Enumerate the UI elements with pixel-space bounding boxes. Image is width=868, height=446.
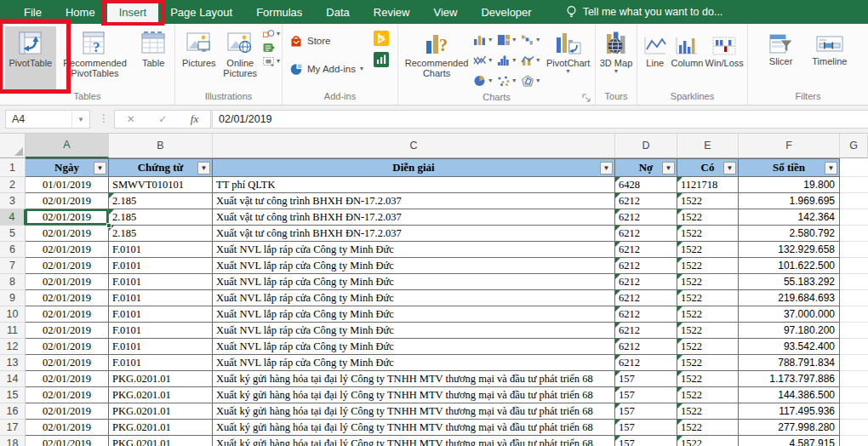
cell-A11[interactable]: 02/01/2019 — [26, 323, 109, 339]
cancel-icon[interactable]: ✕ — [127, 113, 135, 125]
cell-B7[interactable]: F.0101 — [109, 258, 213, 274]
table-button[interactable]: Table — [134, 26, 173, 89]
cell-A7[interactable]: 02/01/2019 — [26, 258, 109, 274]
cell-G15[interactable] — [840, 387, 868, 403]
cell-G7[interactable] — [840, 258, 868, 274]
cell-C16[interactable]: Xuất ký gửi hàng hóa tại đại lý Công ty … — [213, 403, 615, 420]
cell-E8[interactable]: 1522 — [677, 274, 739, 290]
cell-D14[interactable]: 157 — [615, 371, 677, 387]
filter-button[interactable]: ▼ — [825, 162, 837, 174]
row-header-10[interactable]: 10 — [0, 306, 26, 323]
header-cell-chungtu[interactable]: Chứng từ▼ — [109, 158, 213, 177]
cell-A18[interactable]: 02/01/2019 — [26, 436, 109, 446]
cell-C13[interactable]: Xuất NVL lắp ráp cửa Công ty Minh Đức — [213, 355, 615, 371]
cell-C4[interactable]: Xuất vật tư công trình BHXH ĐN-17.2.037 — [213, 209, 615, 226]
cell-B2[interactable]: SMWVT010101 — [109, 177, 213, 193]
cell-F9[interactable]: 219.684.693 — [739, 290, 840, 306]
cell-G14[interactable] — [840, 371, 868, 387]
cell-C17[interactable]: Xuất ký gửi hàng hóa tại đại lý Công ty … — [213, 420, 615, 436]
cell-E17[interactable]: 1522 — [677, 420, 739, 436]
cell-G1[interactable] — [840, 158, 868, 177]
cell-E9[interactable]: 1522 — [677, 290, 739, 306]
name-box-caret-icon[interactable]: ▼ — [71, 111, 89, 128]
row-header-18[interactable]: 18 — [0, 436, 26, 446]
treemap-chart-button[interactable]: ▾ — [495, 30, 519, 50]
cell-E4[interactable]: 1522 — [677, 209, 739, 226]
row-header-11[interactable]: 11 — [0, 323, 26, 339]
cell-C2[interactable]: TT phí QLTK — [213, 177, 615, 193]
cell-C11[interactable]: Xuất NVL lắp ráp cửa Công ty Minh Đức — [213, 323, 615, 339]
cell-G6[interactable] — [840, 242, 868, 258]
cell-D8[interactable]: 6212 — [615, 274, 677, 290]
tab-file[interactable]: File — [12, 0, 54, 24]
filter-button[interactable]: ▼ — [94, 162, 106, 174]
3d-map-button[interactable]: 3D Map ▾ — [597, 26, 635, 89]
row-header-3[interactable]: 3 — [0, 193, 26, 209]
cell-F6[interactable]: 132.929.658 — [739, 242, 840, 258]
shapes-button[interactable]: ▾ — [261, 29, 280, 39]
row-header-9[interactable]: 9 — [0, 290, 26, 306]
cell-D2[interactable]: 6428 — [615, 177, 677, 193]
pie-chart-button[interactable]: ▾ — [471, 71, 495, 91]
tab-formulas[interactable]: Formulas — [244, 0, 314, 24]
cell-D9[interactable]: 6212 — [615, 290, 677, 306]
cell-B12[interactable]: F.0101 — [109, 339, 213, 355]
row-header-6[interactable]: 6 — [0, 242, 26, 258]
row-header-8[interactable]: 8 — [0, 274, 26, 290]
histogram-chart-button[interactable]: ▾ — [495, 50, 519, 71]
tab-page-layout[interactable]: Page Layout — [158, 0, 244, 24]
cell-E14[interactable]: 1522 — [677, 371, 739, 387]
timeline-button[interactable]: Timeline — [812, 29, 847, 66]
row-header-12[interactable]: 12 — [0, 339, 26, 355]
column-header-G[interactable]: G — [840, 134, 868, 158]
cell-A14[interactable]: 02/01/2019 — [26, 371, 109, 387]
row-header-16[interactable]: 16 — [0, 403, 26, 420]
cell-A9[interactable]: 02/01/2019 — [26, 290, 109, 306]
smartart-button[interactable] — [261, 43, 280, 53]
tab-home[interactable]: Home — [54, 0, 107, 24]
cell-B14[interactable]: PKG.0201.01 — [109, 371, 213, 387]
sparkline-column-button[interactable]: Column — [671, 31, 704, 68]
charts-dialog-launcher[interactable] — [581, 93, 591, 103]
row-header-2[interactable]: 2 — [0, 177, 26, 193]
row-header-7[interactable]: 7 — [0, 258, 26, 274]
cell-G11[interactable] — [840, 323, 868, 339]
filter-button[interactable]: ▼ — [600, 162, 613, 174]
fill-handle[interactable] — [106, 223, 111, 228]
cell-B16[interactable]: PKG.0201.01 — [109, 403, 213, 420]
cell-F13[interactable]: 788.791.834 — [739, 355, 840, 371]
dropdown-caret[interactable]: ▾ — [277, 31, 280, 37]
cell-G10[interactable] — [840, 306, 868, 323]
cell-E5[interactable]: 1522 — [677, 226, 739, 242]
cell-A4[interactable]: 02/01/2019 — [26, 209, 109, 226]
cell-D4[interactable]: 6212 — [615, 209, 677, 226]
dropdown-caret[interactable]: ▾ — [614, 68, 618, 75]
column-chart-button[interactable]: ▾ — [471, 30, 495, 50]
cell-G8[interactable] — [840, 274, 868, 290]
cell-C8[interactable]: Xuất NVL lắp ráp cửa Công ty Minh Đức — [213, 274, 615, 290]
tab-insert[interactable]: Insert — [107, 0, 159, 24]
cell-E16[interactable]: 1522 — [677, 403, 739, 420]
cell-E13[interactable]: 1522 — [677, 355, 739, 371]
cell-C10[interactable]: Xuất NVL lắp ráp cửa Công ty Minh Đức — [213, 306, 615, 323]
cell-B4[interactable]: 2.185 — [109, 209, 213, 226]
header-cell-diengiai[interactable]: Diễn giải▼ — [213, 158, 615, 177]
cell-G3[interactable] — [840, 193, 868, 209]
filter-button[interactable]: ▼ — [662, 162, 675, 174]
cell-C12[interactable]: Xuất NVL lắp ráp cửa Công ty Minh Đức — [213, 339, 615, 355]
cell-G13[interactable] — [840, 355, 868, 371]
cell-F11[interactable]: 97.180.200 — [739, 323, 840, 339]
dropdown-caret[interactable]: ▾ — [512, 37, 516, 43]
recommended-charts-button[interactable]: ? Recommended Charts — [402, 26, 471, 89]
cell-G9[interactable] — [840, 290, 868, 306]
cell-G17[interactable] — [840, 420, 868, 436]
cell-E12[interactable]: 1522 — [677, 339, 739, 355]
dropdown-caret[interactable]: ▾ — [512, 77, 516, 84]
cell-C5[interactable]: Xuất vật tư công trình BHXH ĐN-17.2.037 — [213, 226, 615, 242]
cell-D10[interactable]: 6212 — [615, 306, 677, 323]
cell-F5[interactable]: 2.580.792 — [739, 226, 840, 242]
tab-data[interactable]: Data — [314, 0, 361, 24]
row-header-4[interactable]: 4 — [0, 209, 26, 226]
cell-G12[interactable] — [840, 339, 868, 355]
cell-G4[interactable] — [840, 209, 868, 226]
